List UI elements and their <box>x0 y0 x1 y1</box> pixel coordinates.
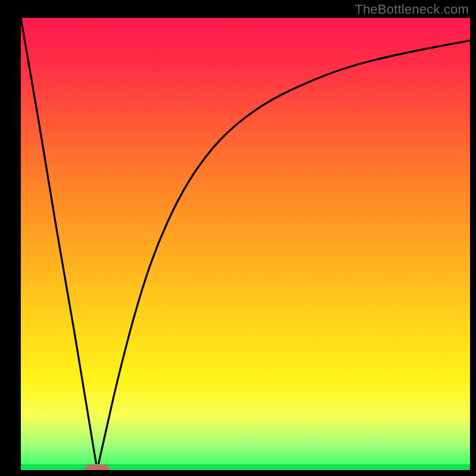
chart-frame: TheBottleneck.com <box>0 0 476 476</box>
bottleneck-curve <box>21 18 470 470</box>
watermark-text: TheBottleneck.com <box>355 2 469 17</box>
optimum-marker <box>85 465 109 470</box>
plot-area <box>21 18 470 470</box>
